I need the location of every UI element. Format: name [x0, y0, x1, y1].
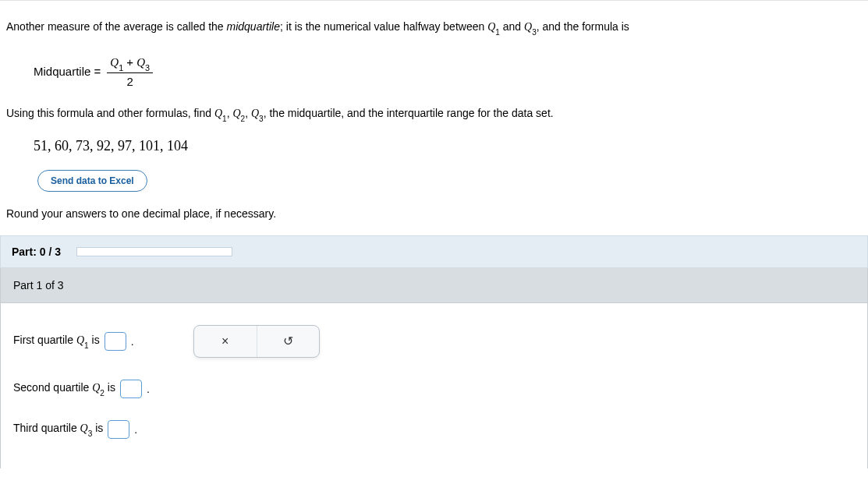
x-icon: × — [221, 334, 229, 348]
reset-button[interactable]: ↺ — [257, 326, 319, 357]
progress-row: Part: 0 / 3 — [0, 235, 868, 268]
clear-button[interactable]: × — [194, 326, 257, 357]
answer-row-q1: First quartile Q1 is . × ↺ — [13, 325, 855, 358]
rounding-note: Round your answers to one decimal place,… — [6, 207, 862, 235]
answer-row-q3: Third quartile Q3 is . — [13, 420, 855, 439]
data-set: 51, 60, 73, 92, 97, 101, 104 — [6, 138, 862, 170]
midquartile-formula: Midquartile = Q1 + Q3 2 — [6, 44, 862, 100]
answer-toolbox: × ↺ — [193, 325, 320, 358]
q3-input[interactable] — [108, 420, 129, 439]
answer-row-q2: Second quartile Q2 is . — [13, 380, 855, 398]
progress-label: Part: 0 / 3 — [12, 246, 61, 258]
reset-icon: ↺ — [283, 334, 293, 348]
period: . — [131, 335, 134, 348]
progress-track — [76, 247, 232, 256]
intro-text: Another measure of the average is called… — [6, 2, 862, 44]
q2-input[interactable] — [120, 380, 142, 398]
send-to-excel-button[interactable]: Send data to Excel — [37, 170, 147, 192]
period: . — [134, 423, 137, 436]
part-body: First quartile Q1 is . × ↺ Second quarti… — [0, 303, 868, 468]
instruction-text: Using this formula and other formulas, f… — [6, 100, 862, 138]
part-header: Part 1 of 3 — [0, 268, 868, 303]
q1-input[interactable] — [105, 332, 126, 351]
period: . — [147, 383, 150, 395]
